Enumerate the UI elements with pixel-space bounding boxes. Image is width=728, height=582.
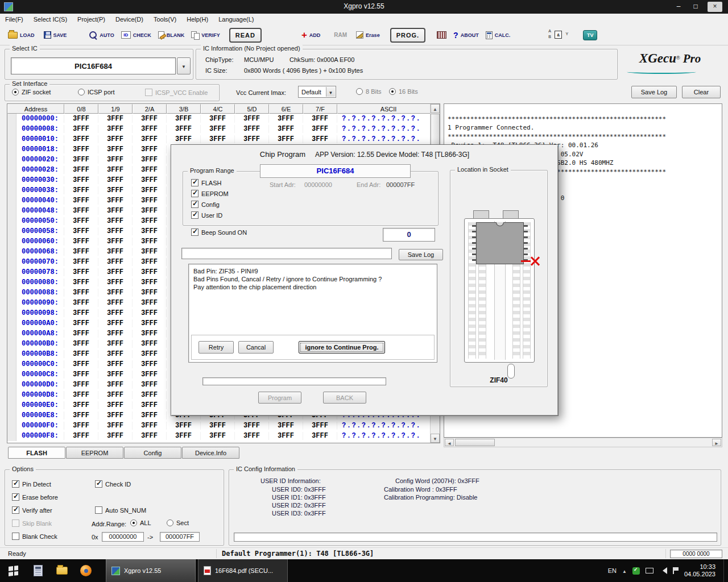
clear-button[interactable]: Clear — [682, 86, 721, 98]
hex-cell[interactable]: 3FFF — [303, 115, 337, 123]
hex-cell[interactable]: 3FFF — [98, 371, 133, 379]
hex-cell[interactable]: 3FFF — [64, 278, 98, 286]
hex-cell[interactable]: 3FFF — [98, 135, 133, 143]
hex-cell[interactable]: 3FFF — [303, 125, 337, 133]
hex-cell[interactable]: 3FFF — [98, 186, 133, 194]
scroll-up-button[interactable] — [431, 104, 440, 113]
checkbox-erase-before[interactable]: Erase before — [12, 493, 58, 501]
hex-cell[interactable]: 3FFF — [133, 197, 167, 205]
hex-cell[interactable]: 3FFF — [133, 125, 167, 133]
checkbox-verify-after[interactable]: Verify after — [12, 506, 52, 514]
checkbox-blank-check[interactable]: Blank Check — [12, 533, 57, 540]
menu-help[interactable]: Help(H) — [181, 14, 213, 24]
tab-flash[interactable]: FLASH — [8, 447, 65, 459]
hex-cell[interactable]: 3FFF — [133, 401, 167, 409]
hex-cell[interactable]: 3FFF — [133, 268, 167, 276]
radio-addr-range-sect[interactable]: Sect — [167, 519, 189, 526]
checkbox-eeprom[interactable]: EEPROM — [191, 190, 229, 197]
scroll-down-button[interactable] — [431, 434, 440, 443]
hex-cell[interactable]: 3FFF — [64, 217, 98, 225]
hex-cell[interactable]: 3FFF — [235, 135, 269, 143]
hex-cell[interactable]: 3FFF — [64, 135, 98, 143]
hex-cell[interactable]: 3FFF — [98, 350, 133, 358]
hex-cell[interactable]: 3FFF — [133, 135, 167, 143]
tab-config[interactable]: Config — [124, 447, 181, 459]
hex-cell[interactable]: 3FFF — [64, 207, 98, 215]
menu-project[interactable]: Project(P) — [72, 14, 110, 24]
menu-tools[interactable]: Tools(V) — [148, 14, 181, 24]
hex-cell[interactable]: 3FFF — [167, 422, 201, 430]
taskbar-task-2[interactable]: 16F684.pdf (SECU... — [198, 559, 288, 582]
hex-cell[interactable]: 3FFF — [64, 176, 98, 184]
radio-8-bits[interactable]: 8 Bits — [356, 88, 382, 95]
menu-select-ic[interactable]: Select IC(S) — [28, 14, 72, 24]
volume-icon[interactable] — [659, 567, 667, 574]
hex-cell[interactable]: 3FFF — [64, 330, 98, 338]
hex-cell[interactable]: 3FFF — [201, 115, 235, 123]
hex-cell[interactable]: 3FFF — [98, 166, 133, 174]
toolbar-load-button[interactable]: LOAD — [8, 28, 35, 43]
toolbar-ram-button[interactable]: RAM — [334, 28, 347, 43]
scroll-left-button[interactable] — [445, 439, 454, 446]
hex-cell[interactable]: 3FFF — [98, 156, 133, 164]
hex-cell[interactable]: 3FFF — [64, 360, 98, 368]
hex-cell[interactable]: 3FFF — [64, 227, 98, 235]
hex-cell[interactable]: 3FFF — [64, 371, 98, 379]
menu-file[interactable]: File(F) — [0, 14, 28, 24]
hex-cell[interactable]: 3FFF — [133, 176, 167, 184]
hex-cell[interactable]: 3FFF — [64, 340, 98, 348]
hex-cell[interactable]: 3FFF — [269, 135, 303, 143]
cancel-button[interactable]: Cancal — [238, 341, 274, 354]
ic-select-combobox[interactable]: PIC16F684 — [11, 57, 176, 74]
hex-cell[interactable]: 3FFF — [98, 299, 133, 307]
hex-cell[interactable]: 3FFF — [201, 135, 235, 143]
hex-cell[interactable]: 3FFF — [167, 125, 201, 133]
hex-cell[interactable]: 3FFF — [98, 360, 133, 368]
minimize-button[interactable]: – — [671, 2, 686, 12]
hex-cell[interactable]: 3FFF — [64, 289, 98, 297]
hex-cell[interactable]: 3FFF — [133, 319, 167, 327]
hex-cell[interactable]: 3FFF — [133, 411, 167, 419]
hex-cell[interactable]: 3FFF — [64, 381, 98, 389]
hex-cell[interactable]: 3FFF — [98, 248, 133, 256]
hex-cell[interactable]: 3FFF — [269, 422, 303, 430]
hex-cell[interactable]: 3FFF — [64, 156, 98, 164]
hex-cell[interactable]: 3FFF — [64, 166, 98, 174]
checkbox-config[interactable]: Config — [191, 201, 229, 208]
toolbar-logic-button[interactable]: AB&Y — [548, 28, 568, 43]
hex-cell[interactable]: 3FFF — [98, 432, 133, 440]
checkbox-check-id[interactable]: Check ID — [95, 480, 131, 488]
hex-cell[interactable]: 3FFF — [133, 432, 167, 440]
hex-cell[interactable]: 3FFF — [98, 309, 133, 317]
hex-cell[interactable]: 3FFF — [98, 289, 133, 297]
hex-cell[interactable]: 3FFF — [133, 289, 167, 297]
hex-cell[interactable]: 3FFF — [303, 422, 337, 430]
hex-cell[interactable]: 3FFF — [133, 350, 167, 358]
tab-eeprom[interactable]: EEPROM — [66, 447, 123, 459]
toolbar-auto-button[interactable]: AUTO — [89, 28, 114, 43]
radio-icsp-port[interactable]: ICSP port — [78, 89, 115, 95]
range-start-input[interactable]: 00000000 — [102, 532, 144, 542]
taskbar-task-1[interactable]: Xgpro v12.55 — [106, 559, 196, 582]
hex-cell[interactable]: 3FFF — [64, 391, 98, 399]
hex-cell[interactable]: 3FFF — [133, 330, 167, 338]
hex-cell[interactable]: 3FFF — [235, 432, 269, 440]
hex-cell[interactable]: 3FFF — [64, 115, 98, 123]
checkbox-auto-sn-num[interactable]: Auto SN_NUM — [95, 506, 146, 514]
hex-cell[interactable]: 3FFF — [64, 350, 98, 358]
hex-cell[interactable]: 3FFF — [167, 115, 201, 123]
close-button[interactable]: × — [708, 2, 722, 12]
vcc-current-dropdown[interactable]: Default — [298, 86, 336, 98]
hex-cell[interactable]: 3FFF — [98, 319, 133, 327]
hex-cell[interactable]: 3FFF — [64, 186, 98, 194]
toolbar-about-button[interactable]: ?ABOUT — [453, 28, 479, 43]
toolbar-blank-button[interactable]: BLANK — [158, 28, 185, 43]
tab-device-info[interactable]: Device.Info — [182, 447, 239, 459]
hex-cell[interactable]: 3FFF — [64, 319, 98, 327]
hex-cell[interactable]: 3FFF — [235, 125, 269, 133]
toolbar-check-button[interactable]: IDCHECK — [121, 28, 151, 43]
toolbar-calc-button[interactable]: CALC. — [486, 28, 511, 43]
tray-expand-icon[interactable] — [622, 567, 627, 574]
hex-cell[interactable]: 3FFF — [98, 330, 133, 338]
hex-cell[interactable]: 3FFF — [64, 401, 98, 409]
